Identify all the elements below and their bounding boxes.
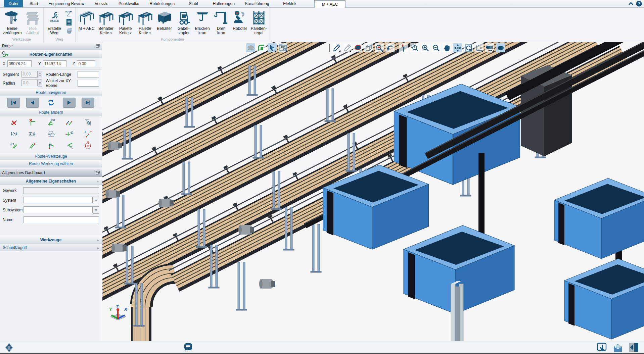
name-input[interactable] (24, 216, 99, 223)
tab-elektrik[interactable]: Elektrik (279, 0, 300, 7)
messages-icon[interactable] (183, 343, 193, 353)
select-cursor-icon[interactable] (268, 43, 277, 52)
tab-stahl[interactable]: Stahl (185, 0, 201, 7)
float-panel-icon[interactable] (96, 171, 100, 174)
y-input[interactable] (43, 60, 66, 67)
float-panel-icon[interactable] (96, 44, 100, 48)
zoom-out-icon[interactable] (431, 43, 441, 52)
ucs-axis-icon[interactable]: YX (474, 43, 484, 52)
route-properties-header[interactable]: Routen-Eigenschaften (0, 50, 102, 58)
zoom-window-icon[interactable] (410, 43, 419, 52)
first-point-button[interactable] (7, 98, 20, 108)
zoom-in-icon[interactable] (421, 43, 430, 52)
refresh-route-button[interactable] (45, 98, 57, 107)
route-length-input[interactable] (78, 71, 99, 78)
pin-point-icon[interactable] (399, 43, 408, 52)
roboter-button[interactable]: Roboter (231, 8, 249, 37)
auto-cable-icon[interactable]: AUTO (64, 9, 73, 17)
next-point-button[interactable] (63, 98, 76, 108)
tab-datei[interactable]: Datei (4, 0, 23, 7)
delete-point-icon[interactable] (23, 118, 42, 127)
tab-rohrleitungen[interactable]: Rohrleitungen (146, 0, 179, 7)
xy-angle-input[interactable] (78, 80, 99, 87)
circle-center-icon[interactable] (79, 141, 97, 150)
teile-attribut-button[interactable]: Teile Attribut (23, 8, 42, 37)
length-half-icon[interactable]: ½ (23, 129, 42, 139)
tab-punktwolke[interactable]: Punktwolke (115, 0, 143, 7)
tab-kanalfuehrung[interactable]: Kanalführung (241, 0, 273, 7)
redraw-segment-icon[interactable] (23, 141, 42, 150)
draw-pen-icon[interactable] (332, 43, 341, 52)
behaelter-button[interactable]: Behälter (155, 8, 174, 37)
detail-level-icon[interactable]: 16+ (485, 43, 494, 52)
collapse-section-icon[interactable]: ▲ (96, 238, 99, 241)
copy-point-icon[interactable]: COPY (42, 118, 60, 127)
dashboard-title-bar[interactable]: Allgemeines Dashboard (0, 169, 102, 177)
palettenregal-button[interactable]: Paletten- regal (249, 8, 268, 37)
lasso-select-icon[interactable] (353, 43, 362, 52)
system-select[interactable] (24, 197, 99, 204)
gabelstapler-button[interactable]: Gabel- stapler (174, 8, 193, 37)
segment-stepper[interactable] (21, 71, 42, 78)
route-tools-header[interactable]: Route-Werkzeuge (0, 153, 102, 160)
subsystem-select[interactable] (24, 206, 99, 214)
help-icon[interactable]: ? (636, 1, 642, 7)
tab-m-aec[interactable]: M + AEC (314, 0, 346, 8)
radius-stepper[interactable] (21, 80, 42, 87)
route-grab-icon[interactable] (257, 43, 266, 52)
corner-square-icon[interactable] (42, 141, 60, 150)
chevron-down-icon[interactable] (93, 206, 99, 214)
pan-icon[interactable] (442, 43, 451, 52)
palette-kette-button[interactable]: Palette Kette (135, 8, 155, 37)
undo-icon[interactable] (385, 43, 395, 52)
orbit-icon[interactable] (464, 43, 473, 52)
collapse-section-icon[interactable]: ▲ (96, 180, 99, 183)
shaded-view-icon[interactable] (496, 43, 505, 52)
auto-mode-icon[interactable]: AUTO (246, 43, 255, 52)
stepper-arrows-icon[interactable] (38, 71, 42, 78)
rotate-segment-icon[interactable]: -1) (60, 129, 79, 139)
pakete-kette-button[interactable]: Pakete Kette (116, 8, 135, 37)
behaelter-kette-button[interactable]: Behälter Kette (96, 8, 116, 37)
length-double-icon[interactable]: ×2 (5, 129, 23, 139)
erstelle-weg-button[interactable]: CABLE Erstelle Weg (45, 8, 64, 37)
any-filter-icon[interactable]: ANY (278, 43, 287, 52)
tab-versch[interactable]: Versch. (91, 0, 112, 7)
delete-route-icon[interactable] (5, 118, 23, 127)
draw-pen-alt-icon[interactable] (342, 43, 352, 52)
tab-start[interactable]: Start (26, 0, 42, 7)
divide-segment-icon[interactable]: ÷ (79, 129, 97, 139)
3d-viewport[interactable]: AUTO ANY (102, 42, 644, 341)
last-point-button[interactable] (82, 98, 94, 108)
copy-parallel-segment-icon[interactable] (60, 118, 79, 127)
n-segments-icon[interactable]: n? (5, 141, 23, 150)
previous-point-button[interactable] (26, 98, 39, 108)
view-cube-icon[interactable] (364, 43, 373, 52)
route-tool-select-header[interactable]: Route-Werkzeug wählen (0, 160, 102, 167)
tools-section-header[interactable]: Werkzeuge ▲ (0, 236, 102, 244)
quick-access-header[interactable]: Schnellzugriff ▲ (0, 244, 102, 251)
touch-mode-icon[interactable] (596, 343, 607, 353)
route-navigate-header[interactable]: Route navigieren (0, 89, 102, 96)
reverse-segment-icon[interactable] (60, 141, 79, 150)
chevron-down-icon[interactable] (93, 197, 99, 204)
z-input[interactable] (77, 60, 95, 67)
attribute-list-icon[interactable] (64, 18, 73, 26)
beine-verlaengern-button[interactable]: Beine verlängern (1, 8, 23, 37)
fillet-radius-icon[interactable]: R (79, 118, 97, 127)
collapse-section-icon[interactable]: ▲ (96, 246, 99, 249)
zoom-region-icon[interactable] (375, 43, 384, 52)
drehkran-button[interactable]: Dreh kran (212, 8, 231, 37)
m-aec-button[interactable]: M + AEC (77, 8, 96, 37)
brueckenkran-button[interactable]: Brücken kran (193, 8, 212, 37)
collapse-panel-icon[interactable] (629, 343, 639, 353)
route-panel-title-bar[interactable]: Route (0, 42, 102, 50)
mail-icon[interactable] (612, 343, 623, 353)
tab-halterungen[interactable]: Halterungen (209, 0, 238, 7)
tab-engineering-review[interactable]: Engineering Review (45, 0, 88, 7)
x-input[interactable] (7, 60, 32, 67)
navigate-wheel-icon[interactable] (4, 343, 14, 353)
auto-route-icon[interactable]: AUTO (42, 129, 60, 139)
collapse-ribbon-icon[interactable] (628, 2, 634, 5)
gewerk-input[interactable] (24, 187, 99, 194)
